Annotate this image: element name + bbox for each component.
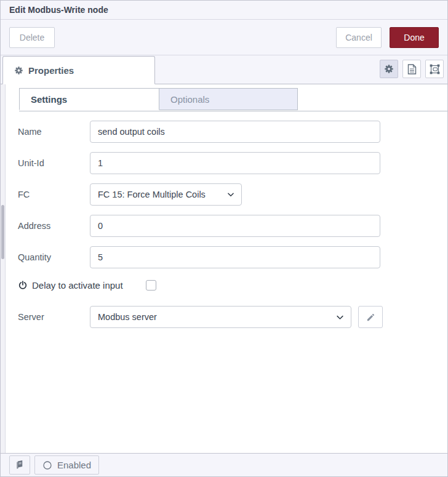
name-label: Name [18,127,90,137]
editor-tab-buttons [380,60,444,78]
address-input[interactable] [90,215,380,237]
cancel-button[interactable]: Cancel [336,27,382,48]
unit-id-label: Unit-Id [18,158,90,168]
document-icon [407,64,417,74]
enabled-label: Enabled [57,460,91,470]
tab-optionals[interactable]: Optionals [159,88,298,110]
tab-properties[interactable]: Properties [2,56,155,84]
pencil-icon [366,313,375,322]
power-icon [18,280,28,291]
enabled-toggle-button[interactable]: Enabled [34,455,99,475]
book-icon [15,460,25,470]
scrollbar-thumb[interactable] [1,205,4,259]
dialog-header: Edit Modbus-Write node [1,1,447,20]
fc-select[interactable]: FC 15: Force Multiple Coils [90,183,242,206]
server-selected-value: Modbus server [98,312,157,322]
scrollbar[interactable] [1,84,6,453]
description-icon-button[interactable] [402,60,421,78]
quantity-input[interactable] [90,246,380,268]
name-input[interactable] [90,121,380,143]
page-title: Edit Modbus-Write node [9,5,108,15]
server-label: Server [18,312,90,322]
circle-status-icon [42,460,52,470]
fc-row: FC FC 15: Force Multiple Coils [18,183,447,206]
dialog-footer: Enabled [1,453,447,476]
tab-properties-label: Properties [28,65,74,76]
delay-label: Delay to activate input [32,280,123,291]
appearance-icon [430,64,440,74]
name-row: Name [18,121,447,143]
fc-selected-value: FC 15: Force Multiple Coils [98,190,206,199]
settings-form: Name Unit-Id FC FC 15: Force Multiple Co… [6,111,447,328]
node-help-button[interactable] [9,455,30,475]
edit-server-button[interactable] [358,306,383,328]
appearance-icon-button[interactable] [425,60,444,78]
gear-icon [384,64,394,74]
form-content: Settings Optionals Name Unit-Id FC FC 15… [1,84,447,453]
address-row: Address [18,215,447,237]
server-select[interactable]: Modbus server [90,306,351,328]
address-label: Address [18,221,90,231]
delete-button[interactable]: Delete [9,27,55,48]
chevron-down-icon [335,313,345,322]
delay-row: Delay to activate input [18,278,447,292]
quantity-row: Quantity [18,246,447,268]
tab-settings[interactable]: Settings [19,88,159,110]
done-button[interactable]: Done [390,27,439,48]
gear-icon [14,66,23,75]
unit-id-row: Unit-Id [18,152,447,174]
form-tabs: Settings Optionals [19,88,439,111]
edit-node-dialog: Edit Modbus-Write node Delete Cancel Don… [0,0,448,477]
fc-label: FC [18,190,90,199]
quantity-label: Quantity [18,252,90,262]
chevron-down-icon [226,190,235,199]
action-bar: Delete Cancel Done [1,20,447,55]
properties-icon-button[interactable] [380,60,398,78]
server-row: Server Modbus server [18,306,447,328]
delay-checkbox[interactable] [146,280,156,291]
unit-id-input[interactable] [90,152,380,174]
editor-tabstrip: Properties [1,55,447,84]
